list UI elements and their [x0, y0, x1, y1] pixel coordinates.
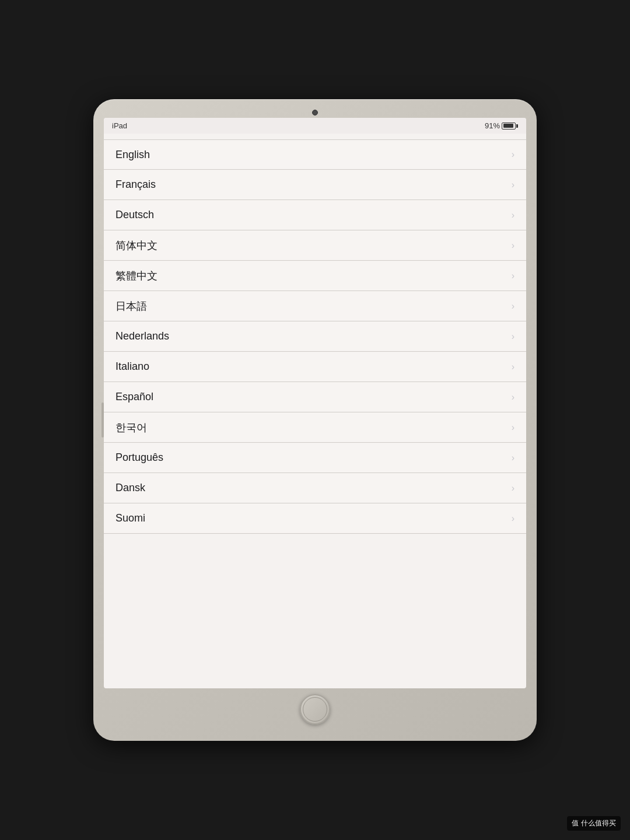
language-item-finnish[interactable]: Suomi› — [104, 503, 526, 534]
battery-body — [502, 123, 516, 130]
home-button[interactable] — [300, 694, 330, 724]
home-button-area — [300, 694, 330, 724]
front-camera — [312, 110, 318, 116]
language-name-danish: Dansk — [116, 482, 145, 494]
watermark-icon: 值 — [572, 818, 579, 828]
language-item-english[interactable]: English› — [104, 139, 526, 170]
chevron-icon-finnish: › — [512, 513, 514, 524]
device-name-label: iPad — [112, 121, 127, 130]
language-name-deutsch: Deutsch — [116, 209, 154, 221]
status-bar: iPad 91% — [104, 118, 526, 134]
battery-container: 91% — [485, 121, 518, 130]
chevron-icon-francais: › — [512, 180, 514, 190]
chevron-icon-traditional-chinese: › — [512, 271, 514, 281]
language-name-francais: Français — [116, 178, 156, 191]
language-item-simplified-chinese[interactable]: 简体中文› — [104, 230, 526, 261]
language-name-portuguese: Português — [116, 452, 163, 464]
language-name-korean: 한국어 — [116, 421, 147, 435]
language-name-english: English — [116, 149, 150, 161]
language-item-portuguese[interactable]: Português› — [104, 443, 526, 473]
chevron-icon-dutch: › — [512, 331, 514, 342]
watermark-text: 什么值得买 — [581, 818, 616, 828]
language-item-spanish[interactable]: Español› — [104, 382, 526, 412]
language-name-dutch: Nederlands — [116, 330, 169, 342]
language-name-japanese: 日本語 — [116, 299, 147, 313]
language-name-simplified-chinese: 简体中文 — [116, 239, 158, 253]
chevron-icon-english: › — [512, 149, 514, 160]
language-item-danish[interactable]: Dansk› — [104, 473, 526, 503]
chevron-icon-japanese: › — [512, 301, 514, 312]
language-name-italian: Italiano — [116, 360, 149, 373]
battery-fill — [503, 124, 513, 128]
battery-icon — [502, 123, 518, 130]
camera-area — [104, 110, 526, 116]
chevron-icon-spanish: › — [512, 392, 514, 402]
chevron-icon-italian: › — [512, 362, 514, 372]
content-area: English›Français›Deutsch›简体中文›繁體中文›日本語›N… — [104, 134, 526, 688]
language-item-deutsch[interactable]: Deutsch› — [104, 200, 526, 230]
language-item-japanese[interactable]: 日本語› — [104, 291, 526, 321]
language-item-traditional-chinese[interactable]: 繁體中文› — [104, 261, 526, 291]
device-outer: iPad 91% English›Français›Deutsch›简体中文›繁… — [93, 99, 537, 741]
battery-tip — [516, 124, 518, 128]
home-button-inner — [303, 697, 327, 722]
chevron-icon-korean: › — [512, 422, 514, 433]
status-bar-right: 91% — [485, 121, 518, 130]
language-name-finnish: Suomi — [116, 512, 145, 524]
language-item-korean[interactable]: 한국어› — [104, 412, 526, 443]
battery-percent-label: 91% — [485, 121, 500, 130]
watermark: 值 什么值得买 — [567, 816, 621, 831]
language-item-dutch[interactable]: Nederlands› — [104, 321, 526, 352]
language-item-francais[interactable]: Français› — [104, 170, 526, 200]
language-name-traditional-chinese: 繁體中文 — [116, 269, 158, 283]
chevron-icon-simplified-chinese: › — [512, 240, 514, 251]
language-item-italian[interactable]: Italiano› — [104, 352, 526, 382]
language-list: English›Français›Deutsch›简体中文›繁體中文›日本語›N… — [104, 139, 526, 534]
chevron-icon-deutsch: › — [512, 210, 514, 220]
language-name-spanish: Español — [116, 391, 153, 403]
screen: iPad 91% English›Français›Deutsch›简体中文›繁… — [104, 118, 526, 688]
chevron-icon-danish: › — [512, 483, 514, 494]
chevron-icon-portuguese: › — [512, 453, 514, 463]
